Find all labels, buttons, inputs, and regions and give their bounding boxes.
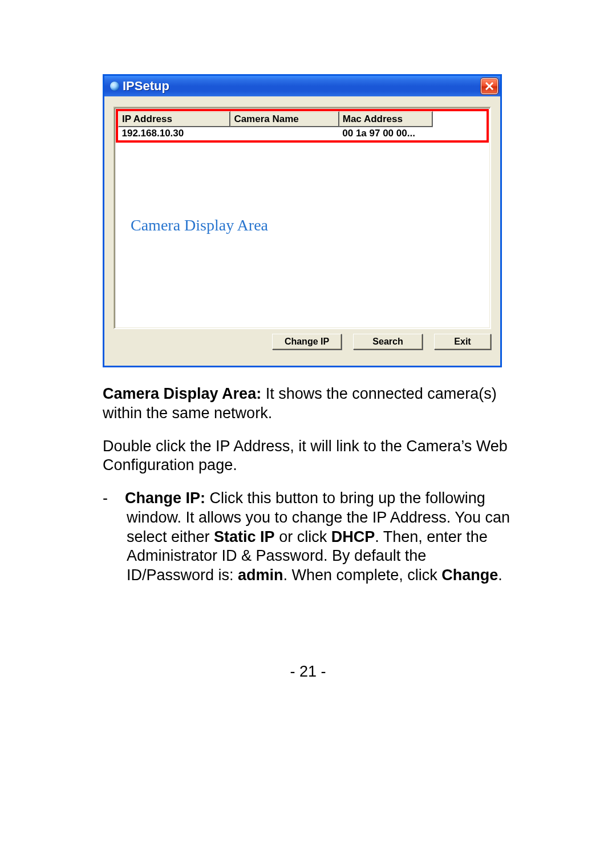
text: or click	[275, 528, 331, 545]
change-ip-button[interactable]: Change IP	[272, 334, 342, 350]
label-change: Change	[441, 566, 498, 584]
highlight-box: IP Address Camera Name Mac Address 192.1…	[116, 109, 489, 143]
table-row[interactable]: 192.168.10.30 00 1a 97 00 00...	[119, 127, 433, 141]
text: . When complete, click	[283, 566, 442, 584]
label-camera-display-area: Camera Display Area:	[103, 385, 261, 402]
bullet-dash: -	[103, 489, 108, 507]
camera-display-area-label: Camera Display Area	[128, 216, 270, 234]
close-icon	[485, 82, 493, 90]
cell-ip[interactable]: 192.168.10.30	[119, 127, 230, 141]
label-static-ip: Static IP	[214, 528, 275, 545]
titlebar[interactable]: IPSetup	[104, 76, 500, 96]
paragraph-camera-display-area: Camera Display Area: It shows the connec…	[103, 384, 513, 423]
ipsetup-window: IPSetup IP Address Camera Name Mac A	[103, 74, 502, 367]
cell-name	[230, 127, 339, 141]
window-title: IPSetup	[123, 79, 169, 94]
page-number: - 21 -	[0, 663, 616, 681]
label-admin: admin	[238, 566, 283, 584]
label-dhcp: DHCP	[331, 528, 375, 545]
paragraph-change-ip: - Change IP: Click this button to bring …	[103, 489, 513, 585]
col-header-name[interactable]: Camera Name	[230, 112, 339, 127]
col-header-ip[interactable]: IP Address	[119, 112, 230, 127]
close-button[interactable]	[481, 78, 498, 94]
col-header-mac[interactable]: Mac Address	[339, 112, 432, 127]
exit-button[interactable]: Exit	[434, 334, 491, 350]
text: .	[498, 566, 502, 584]
button-row: Change IP Search Exit	[114, 334, 491, 350]
camera-table: IP Address Camera Name Mac Address 192.1…	[118, 111, 433, 140]
cell-mac: 00 1a 97 00 00...	[339, 127, 432, 141]
window-client-area: IP Address Camera Name Mac Address 192.1…	[104, 96, 500, 366]
document-body: Camera Display Area: It shows the connec…	[103, 384, 513, 585]
globe-icon	[110, 82, 119, 91]
paragraph-double-click: Double click the IP Address, it will lin…	[103, 437, 513, 476]
camera-list[interactable]: IP Address Camera Name Mac Address 192.1…	[114, 107, 491, 329]
search-button[interactable]: Search	[353, 334, 423, 350]
label-change-ip: Change IP:	[125, 489, 205, 507]
